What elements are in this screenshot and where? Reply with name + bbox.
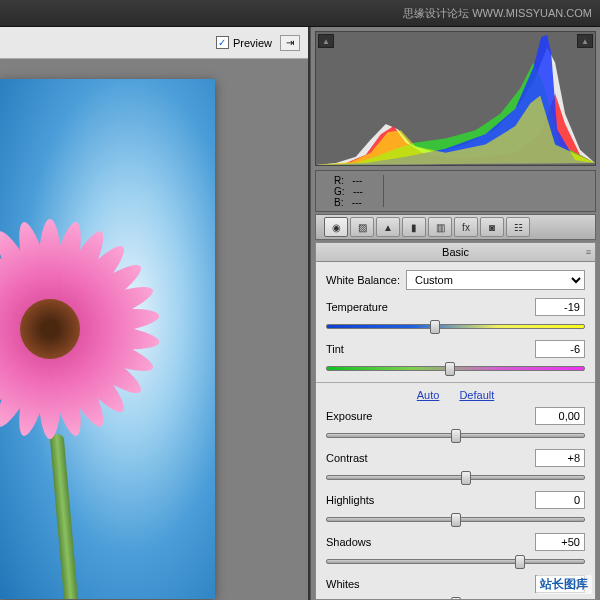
- exposure-label: Exposure: [326, 410, 372, 422]
- slider-thumb[interactable]: [430, 320, 440, 334]
- expand-icon: ⇥: [286, 37, 294, 48]
- slider-thumb[interactable]: [515, 555, 525, 569]
- shadows-input[interactable]: [535, 533, 585, 551]
- image-preview: [0, 79, 215, 599]
- hsl-icon: ▮: [411, 222, 417, 233]
- panel-title-bar: Basic ≡: [315, 242, 596, 262]
- camera-icon: ◙: [489, 222, 495, 233]
- tab-split[interactable]: ▥: [428, 217, 452, 237]
- toggle-fullscreen-button[interactable]: ⇥: [280, 35, 300, 51]
- tint-label: Tint: [326, 343, 344, 355]
- exposure-row: Exposure: [326, 407, 585, 443]
- aperture-icon: ◉: [332, 222, 341, 233]
- highlight-clip-icon[interactable]: ▲: [577, 34, 593, 48]
- tint-row: Tint: [326, 340, 585, 376]
- detail-icon: ▲: [383, 222, 393, 233]
- shadows-label: Shadows: [326, 536, 371, 548]
- shadow-clip-icon[interactable]: ▲: [318, 34, 334, 48]
- preview-column: ✓ Preview ⇥: [0, 27, 310, 600]
- tab-curve[interactable]: ▨: [350, 217, 374, 237]
- contrast-row: Contrast: [326, 449, 585, 485]
- highlights-label: Highlights: [326, 494, 374, 506]
- whites-label: Whites: [326, 578, 360, 590]
- slider-thumb[interactable]: [451, 429, 461, 443]
- temperature-slider[interactable]: [326, 318, 585, 334]
- panel-tabstrip: ◉ ▨ ▲ ▮ ▥ fx ◙ ☷: [315, 214, 596, 240]
- image-preview-area[interactable]: [0, 59, 308, 600]
- tab-fx[interactable]: fx: [454, 217, 478, 237]
- curve-icon: ▨: [358, 222, 367, 233]
- tab-basic[interactable]: ◉: [324, 217, 348, 237]
- slider-thumb[interactable]: [445, 362, 455, 376]
- tab-detail[interactable]: ▲: [376, 217, 400, 237]
- temperature-row: Temperature: [326, 298, 585, 334]
- contrast-slider[interactable]: [326, 469, 585, 485]
- tint-slider[interactable]: [326, 360, 585, 376]
- panel-menu-icon[interactable]: ≡: [586, 247, 591, 257]
- rgb-readout: R: --- G: --- B: ---: [315, 170, 596, 212]
- contrast-input[interactable]: [535, 449, 585, 467]
- temperature-label: Temperature: [326, 301, 388, 313]
- slider-thumb[interactable]: [451, 513, 461, 527]
- wb-select[interactable]: Custom: [406, 270, 585, 290]
- preset-icon: ☷: [514, 222, 523, 233]
- exposure-slider[interactable]: [326, 427, 585, 443]
- histogram[interactable]: ▲ ▲: [315, 31, 596, 166]
- temperature-input[interactable]: [535, 298, 585, 316]
- preview-header-bar: ✓ Preview ⇥: [0, 27, 308, 59]
- whites-slider[interactable]: [326, 595, 585, 600]
- watermark-top: 思缘设计论坛 WWW.MISSYUAN.COM: [403, 6, 592, 21]
- tab-presets[interactable]: ☷: [506, 217, 530, 237]
- split-icon: ▥: [436, 222, 445, 233]
- tab-camera[interactable]: ◙: [480, 217, 504, 237]
- fx-icon: fx: [462, 222, 470, 233]
- contrast-label: Contrast: [326, 452, 368, 464]
- exposure-input[interactable]: [535, 407, 585, 425]
- shadows-row: Shadows: [326, 533, 585, 569]
- tint-input[interactable]: [535, 340, 585, 358]
- wb-label: White Balance:: [326, 274, 400, 286]
- basic-panel: White Balance: Custom Temperature Tint: [315, 262, 596, 600]
- tab-hsl[interactable]: ▮: [402, 217, 426, 237]
- preview-label: Preview: [233, 37, 272, 49]
- preview-checkbox[interactable]: ✓ Preview: [216, 36, 272, 49]
- adjustments-column: ▲ ▲ R: --- G: --- B: --- ◉ ▨ ▲ ▮ ▥: [310, 27, 600, 600]
- highlights-slider[interactable]: [326, 511, 585, 527]
- highlights-input[interactable]: [535, 491, 585, 509]
- panel-title-text: Basic: [442, 246, 469, 258]
- slider-thumb[interactable]: [461, 471, 471, 485]
- auto-link[interactable]: Auto: [417, 389, 440, 401]
- watermark-bottom: 站长图库: [536, 575, 592, 594]
- default-link[interactable]: Default: [459, 389, 494, 401]
- check-icon: ✓: [216, 36, 229, 49]
- shadows-slider[interactable]: [326, 553, 585, 569]
- highlights-row: Highlights: [326, 491, 585, 527]
